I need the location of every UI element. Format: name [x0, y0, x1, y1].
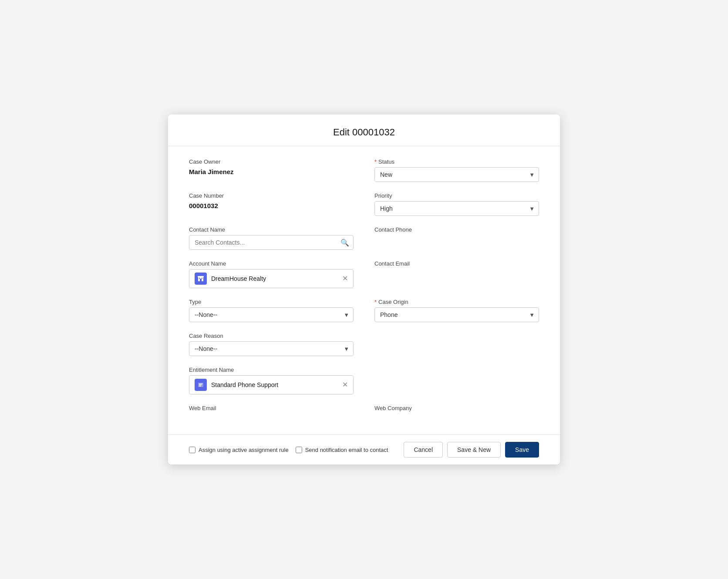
col-type: Type --None-- Electronic Mechanical User…: [189, 299, 354, 322]
footer-left: Assign using active assignment rule Send…: [189, 447, 397, 453]
type-select-wrap: --None-- Electronic Mechanical User ▼: [189, 307, 354, 322]
type-select[interactable]: --None-- Electronic Mechanical User: [189, 307, 354, 322]
priority-select-wrap: High Medium Low ▼: [374, 201, 539, 216]
row-web-email-company: Web Email Web Company: [189, 405, 539, 414]
save-button[interactable]: Save: [505, 442, 539, 458]
row-contact-name-phone: Contact Name 🔍 Contact Phone: [189, 226, 539, 250]
col-web-email: Web Email: [189, 405, 354, 414]
case-reason-label: Case Reason: [189, 333, 354, 339]
col-priority: Priority High Medium Low ▼: [374, 192, 539, 216]
modal-title: Edit 00001032: [168, 127, 560, 138]
entitlement-name-lookup: Standard Phone Support ✕: [189, 375, 354, 394]
case-number-label: Case Number: [189, 192, 354, 199]
col-case-origin: * Case Origin Phone Email Web ▼: [374, 299, 539, 322]
case-origin-select-wrap: Phone Email Web ▼: [374, 307, 539, 322]
entitlement-name-label: Entitlement Name: [189, 367, 354, 373]
case-origin-required-star: *: [374, 299, 377, 305]
contact-email-label: Contact Email: [374, 260, 539, 267]
save-new-button[interactable]: Save & New: [447, 442, 501, 458]
contact-name-input[interactable]: [189, 235, 354, 250]
priority-label: Priority: [374, 192, 539, 199]
contact-email-value: [374, 269, 539, 284]
svg-rect-3: [202, 278, 202, 279]
case-origin-label: * Case Origin: [374, 299, 539, 305]
account-name-text: DreamHouse Realty: [211, 275, 338, 282]
building-svg: [197, 275, 204, 282]
footer-right: Cancel Save & New Save: [404, 442, 539, 458]
col-web-company: Web Company: [374, 405, 539, 414]
row-type-origin: Type --None-- Electronic Mechanical User…: [189, 299, 539, 322]
row-case-number-priority: Case Number 00001032 Priority High Mediu…: [189, 192, 539, 216]
status-required-star: *: [374, 158, 377, 165]
modal-body: Case Owner Maria Jimenez * Status New Wo…: [168, 146, 560, 434]
col-empty-right-2: [374, 367, 539, 394]
account-building-icon: [195, 273, 207, 285]
contact-phone-label: Contact Phone: [374, 226, 539, 233]
entitlement-name-text: Standard Phone Support: [211, 381, 338, 388]
row-entitlement: Entitlement Name Standard Phone Support …: [189, 367, 539, 394]
entitlement-svg: [197, 381, 204, 388]
entitlement-clear-icon[interactable]: ✕: [342, 381, 348, 388]
assign-rule-checkbox[interactable]: [189, 447, 195, 453]
case-reason-select-wrap: --None-- Installation User Education Per…: [189, 341, 354, 356]
cancel-button[interactable]: Cancel: [404, 442, 443, 458]
account-name-clear-icon[interactable]: ✕: [342, 275, 348, 282]
svg-rect-4: [198, 276, 204, 277]
case-owner-label: Case Owner: [189, 158, 354, 165]
case-number-value: 00001032: [189, 201, 354, 210]
priority-select[interactable]: High Medium Low: [374, 201, 539, 216]
case-origin-select[interactable]: Phone Email Web: [374, 307, 539, 322]
modal-header: Edit 00001032: [168, 114, 560, 146]
contact-name-search-wrap: 🔍: [189, 235, 354, 250]
row-case-reason: Case Reason --None-- Installation User E…: [189, 333, 539, 356]
col-contact-name: Contact Name 🔍: [189, 226, 354, 250]
svg-rect-2: [199, 278, 200, 279]
account-name-label: Account Name: [189, 260, 354, 267]
web-company-label: Web Company: [374, 405, 539, 411]
assign-rule-label[interactable]: Assign using active assignment rule: [189, 447, 289, 453]
web-email-label: Web Email: [189, 405, 354, 411]
case-reason-select[interactable]: --None-- Installation User Education Per…: [189, 341, 354, 356]
col-status: * Status New Working Escalated Closed ▼: [374, 158, 539, 182]
col-case-number: Case Number 00001032: [189, 192, 354, 216]
edit-modal: Edit 00001032 Case Owner Maria Jimenez *…: [168, 114, 560, 465]
svg-rect-8: [199, 386, 201, 387]
status-select-wrap: New Working Escalated Closed ▼: [374, 167, 539, 182]
contact-name-label: Contact Name: [189, 226, 354, 233]
notify-email-label[interactable]: Send notification email to contact: [296, 447, 388, 453]
notify-email-text: Send notification email to contact: [305, 447, 388, 453]
entitlement-icon: [195, 379, 207, 391]
status-select[interactable]: New Working Escalated Closed: [374, 167, 539, 182]
col-case-reason: Case Reason --None-- Installation User E…: [189, 333, 354, 356]
contact-phone-value: [374, 235, 539, 250]
account-name-lookup: DreamHouse Realty ✕: [189, 269, 354, 288]
col-account-name: Account Name DreamHouse Realty ✕: [189, 260, 354, 288]
svg-rect-6: [199, 384, 202, 384]
col-contact-phone: Contact Phone: [374, 226, 539, 250]
svg-rect-7: [199, 385, 202, 386]
col-empty-right-1: [374, 333, 539, 356]
status-label: * Status: [374, 158, 539, 165]
row-account-name-email: Account Name DreamHouse Realty ✕: [189, 260, 539, 288]
col-case-owner: Case Owner Maria Jimenez: [189, 158, 354, 182]
assign-rule-text: Assign using active assignment rule: [199, 447, 289, 453]
notify-email-checkbox[interactable]: [296, 447, 302, 453]
type-label: Type: [189, 299, 354, 305]
row-case-owner-status: Case Owner Maria Jimenez * Status New Wo…: [189, 158, 539, 182]
svg-rect-1: [200, 279, 202, 281]
modal-footer: Assign using active assignment rule Send…: [168, 434, 560, 465]
col-contact-email: Contact Email: [374, 260, 539, 288]
case-owner-value: Maria Jimenez: [189, 167, 354, 176]
col-entitlement: Entitlement Name Standard Phone Support …: [189, 367, 354, 394]
